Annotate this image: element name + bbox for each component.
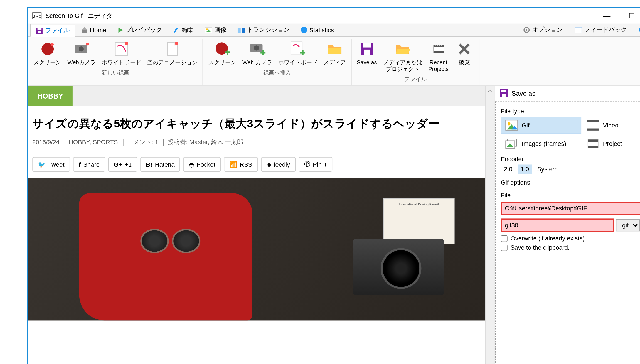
tab-transition[interactable]: トランジション	[232, 24, 295, 36]
minimize-button[interactable]: —	[599, 10, 614, 22]
scroll-track[interactable]	[486, 95, 495, 364]
floppy-icon	[359, 41, 375, 57]
help-icon: ?	[639, 27, 640, 33]
encoder-1-0[interactable]: 1.0	[518, 165, 532, 174]
encoder-label: Encoder	[501, 156, 640, 163]
article-title: サイズの異なる5枚のアイキャッチ（最大3スライド）がスライドするヘッダー	[28, 116, 485, 132]
hatena-button[interactable]: B!Hatena	[140, 157, 180, 172]
tab-image[interactable]: 画像	[200, 24, 232, 36]
clipboard-checkbox[interactable]	[501, 245, 508, 251]
article-meta: 2015/9/24 │ HOBBY, SPORTS │ コメント: 1 │ 投稿…	[28, 138, 485, 147]
file-path-input[interactable]	[501, 202, 640, 215]
camera-graphic	[353, 239, 444, 295]
folder-open-icon	[395, 41, 411, 57]
tab-options[interactable]: オプション	[518, 24, 568, 36]
feedly-button[interactable]: ◈feedly	[261, 157, 296, 172]
panel-body: File type Gif Video Images (frames)	[495, 102, 640, 364]
insert-whiteboard-button[interactable]: ホワイトボード	[275, 39, 321, 68]
filetype-gif[interactable]: Gif	[501, 117, 581, 134]
ribbon-group-insert: スクリーン Web カメラ ホワイトボード メディア 録画へ挿入	[203, 39, 351, 85]
tab-feedback-label: フィードバック	[584, 26, 627, 34]
scroll-up-button[interactable]: ︿	[486, 86, 495, 95]
tab-playback[interactable]: プレイバック	[112, 24, 168, 36]
filename-input[interactable]	[501, 219, 614, 232]
pocket-button[interactable]: ◓Pocket	[183, 157, 221, 172]
saveas-button[interactable]: Save as	[354, 39, 380, 75]
tab-edit-label: 編集	[182, 26, 194, 34]
tab-feedback[interactable]: フィードバック	[569, 24, 632, 36]
sunglasses-graphic	[140, 229, 201, 254]
pinit-button[interactable]: ⓅPin it	[299, 157, 332, 172]
video-icon	[587, 120, 599, 131]
whiteboard-icon	[113, 41, 130, 57]
new-screen-button[interactable]: スクリーン	[30, 39, 65, 68]
rss-icon: 📶	[230, 161, 237, 168]
overwrite-checkbox[interactable]	[501, 235, 508, 242]
svg-rect-66	[588, 140, 598, 142]
tab-file[interactable]: ファイル	[30, 24, 75, 37]
tab-home-label: Home	[90, 26, 106, 34]
insert-screen-label: スクリーン	[208, 59, 236, 66]
menubar: ファイル Home プレイバック 編集 画像 トランジション i Statist…	[28, 24, 640, 37]
gif-options-toggle[interactable]: Gif options ﹀	[501, 176, 640, 189]
panel-header: Save as ✕	[495, 86, 640, 102]
group-label-insert: 録画へ挿入	[263, 69, 291, 77]
ribbon-group-file: Save as メディアまたは プロジェクト Recent Projects 破…	[352, 39, 480, 85]
whiteboard-add-icon	[290, 41, 306, 57]
discard-button[interactable]: 破棄	[452, 39, 477, 75]
tab-edit[interactable]: 編集	[168, 24, 199, 36]
svg-rect-2	[38, 31, 41, 33]
gplus-button[interactable]: G++1	[108, 157, 137, 172]
media-project-button[interactable]: メディアまたは プロジェクト	[380, 39, 425, 75]
panel-title: Save as	[511, 90, 535, 97]
svg-rect-49	[440, 45, 442, 46]
folder-icon	[327, 41, 343, 57]
filetype-video[interactable]: Video	[582, 117, 640, 134]
rss-button[interactable]: 📶RSS	[224, 157, 258, 172]
svg-point-29	[175, 42, 178, 45]
encoder-2-0[interactable]: 2.0	[501, 165, 515, 174]
play-icon	[117, 27, 124, 33]
extension-select[interactable]: .gif	[616, 219, 640, 232]
insert-webcam-label: Web カメラ	[242, 59, 272, 66]
filetype-project[interactable]: Project	[582, 135, 640, 153]
category-badge: HOBBY	[28, 86, 72, 106]
tab-help[interactable]: ? Help	[633, 24, 640, 36]
tab-home[interactable]: Home	[75, 24, 112, 35]
svg-rect-47	[436, 45, 437, 46]
encoder-system[interactable]: System	[534, 165, 561, 174]
svg-rect-53	[501, 90, 506, 92]
overwrite-label: Overwrite (if already exists).	[511, 235, 586, 242]
record-screen-icon	[39, 41, 56, 57]
filetype-images[interactable]: Images (frames)	[501, 135, 581, 153]
new-blank-button[interactable]: 空のアニメーション	[144, 39, 201, 68]
save-icon	[36, 27, 43, 34]
recent-projects-button[interactable]: Recent Projects	[425, 39, 452, 75]
insert-media-button[interactable]: メディア	[321, 39, 349, 68]
gif-icon	[505, 120, 518, 131]
saveas-label: Save as	[357, 59, 377, 66]
insert-whiteboard-label: ホワイトボード	[278, 59, 317, 66]
new-whiteboard-button[interactable]: ホワイトボード	[99, 39, 144, 68]
webcam-icon	[73, 41, 90, 57]
maximize-button[interactable]: ☐	[625, 10, 639, 22]
article-author: 投稿者: Master, 鈴木 一太郎	[168, 139, 243, 146]
tab-statistics-label: Statistics	[309, 26, 334, 34]
insert-screen-button[interactable]: スクリーン	[205, 39, 239, 68]
share-button[interactable]: fShare	[73, 157, 105, 172]
preview-scrollbar[interactable]: ︿ ﹀	[486, 86, 495, 364]
feedly-icon: ◈	[267, 161, 271, 168]
record-screen-add-icon	[214, 41, 230, 57]
insert-webcam-button[interactable]: Web カメラ	[239, 39, 275, 68]
group-label-new: 新しい録画	[102, 69, 130, 77]
tab-transition-label: トランジション	[247, 26, 290, 34]
svg-point-23	[78, 46, 83, 51]
new-webcam-button[interactable]: Webカメラ	[65, 39, 99, 68]
overwrite-row: Overwrite (if already exists).	[501, 235, 640, 242]
webcam-add-icon	[249, 41, 265, 57]
facebook-icon: f	[79, 161, 81, 168]
svg-rect-39	[302, 50, 304, 55]
tab-statistics[interactable]: i Statistics	[295, 24, 339, 35]
article-date: 2015/9/24	[32, 139, 60, 146]
tweet-button[interactable]: 🐦Tweet	[32, 157, 70, 172]
